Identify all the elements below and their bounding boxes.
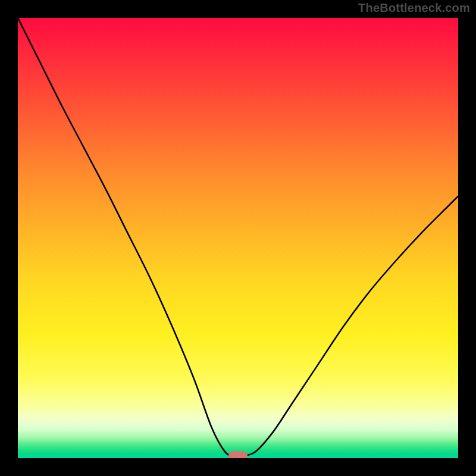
plot-area — [18, 18, 458, 458]
optimal-marker — [228, 452, 248, 458]
bottleneck-curve — [18, 18, 458, 458]
watermark-text: TheBottleneck.com — [358, 1, 470, 15]
chart-frame: TheBottleneck.com — [0, 0, 476, 476]
